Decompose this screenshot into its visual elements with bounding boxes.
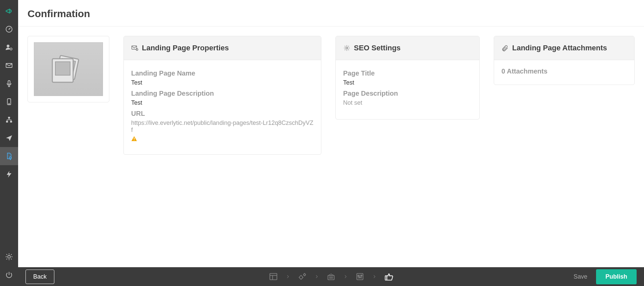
svg-rect-15	[55, 62, 70, 75]
sidebar-item-recording[interactable]	[0, 75, 18, 93]
panel-seo-header: SEO Settings	[336, 36, 479, 60]
panel-properties-body: Landing Page Name Test Landing Page Desc…	[124, 60, 321, 154]
sidebar-item-send[interactable]	[0, 129, 18, 147]
sidebar-item-contacts[interactable]	[0, 38, 18, 56]
warning-icon	[131, 136, 137, 142]
panel-attachments-title: Landing Page Attachments	[512, 44, 607, 52]
sidebar-nav	[0, 2, 18, 248]
svg-point-33	[358, 275, 359, 276]
panel-properties-title: Landing Page Properties	[142, 44, 229, 52]
svg-rect-8	[8, 117, 10, 118]
field-label-page-description: Page Description	[343, 90, 472, 97]
gauge-icon	[5, 25, 13, 33]
chevron-right-icon	[372, 274, 377, 279]
step-approve-icon[interactable]	[384, 272, 393, 281]
user-gear-icon	[5, 43, 13, 51]
panel-attachments: Landing Page Attachments 0 Attachments	[494, 36, 635, 85]
sidebar-item-mobile[interactable]	[0, 93, 18, 111]
panel-attachments-header: Landing Page Attachments	[494, 36, 634, 60]
chevron-right-icon	[285, 274, 290, 279]
paper-plane-icon	[5, 134, 13, 142]
panel-properties: Landing Page Properties Landing Page Nam…	[123, 36, 321, 155]
sidebar	[0, 0, 18, 286]
chevron-right-icon	[314, 274, 319, 279]
sidebar-item-workflow[interactable]	[0, 111, 18, 129]
envelope-gear-icon	[131, 44, 139, 52]
panel-seo: SEO Settings Page Title Test Page Descri…	[335, 36, 480, 120]
sidebar-item-mail[interactable]	[0, 56, 18, 75]
step-form-icon[interactable]	[326, 272, 336, 281]
svg-point-35	[361, 275, 362, 276]
svg-point-24	[300, 276, 303, 279]
page-award-icon	[5, 152, 13, 160]
wizard-steps	[269, 272, 393, 281]
back-button[interactable]: Back	[25, 270, 54, 284]
svg-rect-21	[270, 274, 277, 280]
field-label-description: Landing Page Description	[131, 90, 314, 97]
panel-attachments-body: 0 Attachments	[494, 60, 634, 85]
svg-rect-16	[132, 46, 137, 49]
bolt-icon	[5, 170, 13, 178]
page-title: Confirmation	[28, 8, 635, 19]
svg-point-20	[346, 47, 348, 49]
footer-right: Save Publish	[574, 269, 637, 284]
mail-icon	[5, 61, 13, 69]
svg-point-7	[9, 103, 9, 104]
power-icon	[5, 271, 13, 279]
phone-icon	[5, 98, 13, 106]
field-label-name: Landing Page Name	[131, 69, 314, 77]
gear-icon	[5, 253, 13, 261]
sidebar-bottom	[0, 248, 18, 286]
chevron-right-icon	[343, 274, 348, 279]
page-header: Confirmation	[18, 0, 644, 27]
svg-rect-10	[10, 121, 12, 123]
svg-rect-26	[328, 276, 334, 280]
svg-rect-19	[134, 140, 135, 140]
save-button[interactable]: Save	[574, 273, 587, 280]
panel-seo-title: SEO Settings	[354, 44, 400, 52]
sidebar-item-campaigns[interactable]	[0, 2, 18, 20]
preview-placeholder-icon	[34, 42, 103, 96]
sidebar-item-settings[interactable]	[0, 248, 18, 266]
preview-card	[28, 36, 109, 102]
panel-properties-header: Landing Page Properties	[124, 36, 321, 60]
field-value-name: Test	[131, 79, 314, 86]
field-label-page-title: Page Title	[343, 69, 472, 77]
sidebar-item-automation[interactable]	[0, 165, 18, 183]
sitemap-icon	[5, 116, 13, 124]
svg-point-17	[136, 49, 138, 51]
paperclip-icon	[501, 44, 509, 52]
svg-rect-36	[385, 276, 387, 280]
field-label-url: URL	[131, 110, 314, 117]
field-value-url: https://live.everlytic.net/public/landin…	[131, 120, 314, 142]
step-layout-icon[interactable]	[269, 272, 278, 281]
attachments-count: 0 Attachments	[501, 67, 627, 75]
svg-rect-9	[6, 121, 8, 123]
main: Confirmation	[18, 0, 644, 286]
sidebar-item-power[interactable]	[0, 266, 18, 284]
content: Landing Page Properties Landing Page Nam…	[18, 27, 644, 267]
microphone-icon	[5, 80, 13, 88]
svg-point-2	[7, 45, 9, 47]
megaphone-icon	[5, 7, 13, 15]
svg-point-3	[10, 48, 12, 50]
svg-rect-5	[8, 81, 10, 84]
publish-button[interactable]: Publish	[596, 269, 637, 284]
sidebar-item-pages[interactable]	[0, 147, 18, 165]
url-text: https://live.everlytic.net/public/landin…	[131, 120, 314, 134]
svg-point-1	[8, 29, 9, 30]
svg-rect-18	[134, 138, 135, 139]
sidebar-item-dashboard[interactable]	[0, 20, 18, 38]
panel-seo-body: Page Title Test Page Description Not set	[336, 60, 479, 119]
field-value-page-title: Test	[343, 79, 472, 86]
svg-point-34	[359, 277, 360, 278]
step-settings-icon[interactable]	[298, 272, 307, 281]
footer-bar: Back	[18, 267, 644, 286]
field-value-description: Test	[131, 99, 314, 106]
field-value-page-description: Not set	[343, 99, 472, 106]
svg-point-25	[304, 274, 306, 276]
gear-icon	[343, 44, 351, 52]
step-sliders-icon[interactable]	[355, 272, 365, 281]
